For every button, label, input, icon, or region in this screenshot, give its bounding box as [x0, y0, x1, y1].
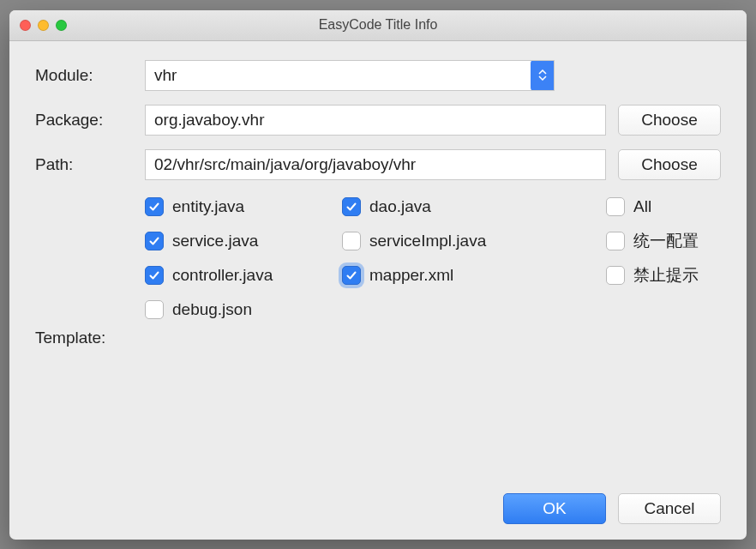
template-checkbox-item[interactable]: service.java — [145, 228, 333, 254]
checkbox-icon — [145, 300, 164, 319]
template-checkbox-item[interactable]: mapper.xml — [342, 262, 531, 288]
module-combobox[interactable]: vhr — [145, 60, 555, 91]
package-value: org.javaboy.vhr — [154, 111, 265, 130]
option-checkbox-item[interactable]: 禁止提示 — [606, 262, 721, 288]
path-value: 02/vhr/src/main/java/org/javaboy/vhr — [154, 155, 416, 174]
template-checkbox-label: debug.json — [172, 300, 252, 319]
template-checkbox-label: mapper.xml — [369, 266, 453, 285]
option-checkbox-item[interactable]: 统一配置 — [606, 228, 721, 254]
module-label: Module: — [35, 66, 145, 85]
cancel-button[interactable]: Cancel — [618, 493, 721, 524]
window-title: EasyCode Title Info — [9, 17, 747, 33]
template-checkbox-label: serviceImpl.java — [369, 232, 486, 250]
option-checkbox-label: All — [633, 197, 651, 216]
checkbox-icon — [606, 232, 625, 250]
template-checkbox-item[interactable]: serviceImpl.java — [342, 228, 531, 254]
template-checkbox-item[interactable]: dao.java — [342, 194, 531, 220]
template-checkbox-label: entity.java — [172, 197, 244, 216]
choose-path-button[interactable]: Choose — [618, 149, 721, 180]
combobox-arrow-icon — [531, 60, 555, 91]
package-input[interactable]: org.javaboy.vhr — [145, 105, 606, 136]
template-checkbox-label: service.java — [172, 232, 258, 250]
checkbox-icon — [145, 232, 164, 250]
path-row: Path: 02/vhr/src/main/java/org/javaboy/v… — [35, 149, 721, 180]
minimize-window-button[interactable] — [38, 20, 49, 31]
template-checkbox-item[interactable]: entity.java — [145, 194, 333, 220]
titlebar: EasyCode Title Info — [9, 10, 747, 41]
path-input[interactable]: 02/vhr/src/main/java/org/javaboy/vhr — [145, 149, 606, 180]
option-checkbox-label: 统一配置 — [633, 230, 699, 252]
dialog-content: Module: vhr Package: org.javaboy.vhr Cho… — [9, 41, 747, 540]
ok-button[interactable]: OK — [503, 493, 606, 524]
template-options: All统一配置禁止提示 — [606, 194, 721, 483]
template-checkboxes: entity.javaservice.javacontroller.javade… — [145, 194, 594, 483]
dialog-footer: OK Cancel — [35, 483, 721, 524]
package-row: Package: org.javaboy.vhr Choose — [35, 105, 721, 136]
checkbox-icon — [342, 232, 361, 250]
path-label: Path: — [35, 155, 145, 174]
package-label: Package: — [35, 111, 145, 130]
template-label: Template: — [35, 329, 145, 347]
option-checkbox-item[interactable]: All — [606, 194, 721, 220]
checkbox-icon — [145, 266, 164, 285]
checkbox-icon — [145, 197, 164, 216]
checkbox-icon — [606, 197, 625, 216]
window-controls — [20, 20, 67, 31]
choose-package-button[interactable]: Choose — [618, 105, 721, 136]
template-checkbox-item[interactable]: debug.json — [145, 297, 333, 323]
checkbox-icon — [342, 266, 361, 285]
module-value: vhr — [154, 66, 531, 85]
dialog-window: EasyCode Title Info Module: vhr Package:… — [9, 10, 747, 540]
template-checkbox-label: controller.java — [172, 266, 273, 285]
close-window-button[interactable] — [20, 20, 31, 31]
zoom-window-button[interactable] — [56, 20, 67, 31]
checkbox-icon — [342, 197, 361, 216]
checkbox-icon — [606, 266, 625, 285]
template-row: Template: entity.javaservice.javacontrol… — [35, 194, 721, 483]
template-checkbox-label: dao.java — [369, 197, 431, 216]
module-row: Module: vhr — [35, 60, 721, 91]
option-checkbox-label: 禁止提示 — [633, 264, 699, 287]
template-checkbox-item[interactable]: controller.java — [145, 262, 333, 288]
